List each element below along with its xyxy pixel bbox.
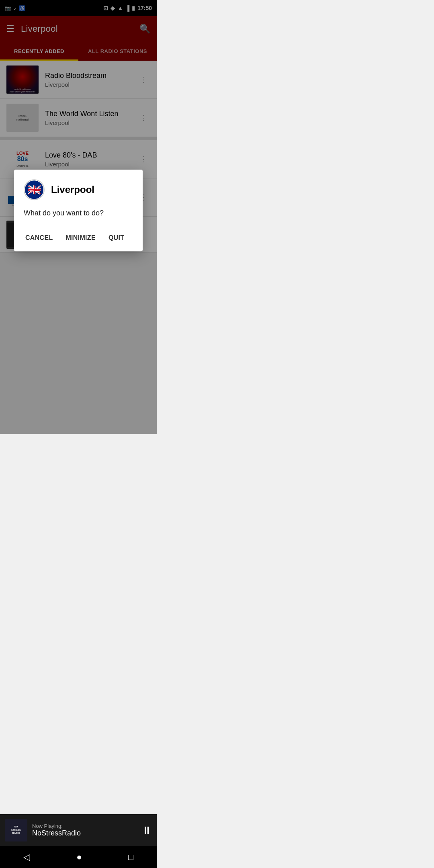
dialog: Liverpool What do you want to do? CANCEL… (14, 170, 143, 251)
dialog-icon (24, 179, 45, 200)
quit-button[interactable]: QUIT (107, 231, 126, 245)
dialog-message: What do you want to do? (24, 208, 133, 218)
dialog-title: Liverpool (51, 184, 94, 195)
minimize-button[interactable]: MINIMIZE (64, 231, 97, 245)
cancel-button[interactable]: CANCEL (24, 231, 54, 245)
dialog-actions: CANCEL MINIMIZE QUIT (24, 231, 133, 245)
dialog-header: Liverpool (24, 179, 133, 200)
liverpool-badge (25, 180, 43, 199)
